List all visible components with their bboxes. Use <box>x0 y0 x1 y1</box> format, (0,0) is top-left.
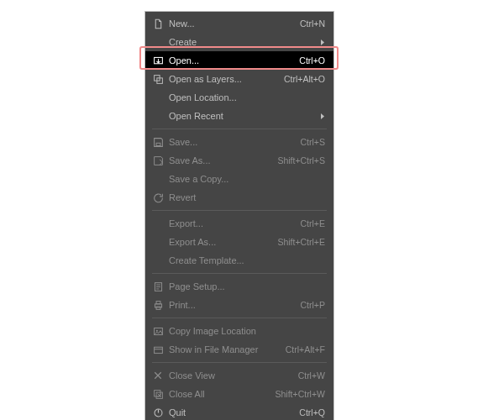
menu-item-quit[interactable]: QuitCtrl+Q <box>145 403 333 420</box>
save-icon <box>150 137 165 148</box>
file-mgr-icon <box>150 344 165 355</box>
menu-item-new[interactable]: New...Ctrl+N <box>145 14 333 33</box>
image-icon <box>150 326 165 337</box>
menu-item-shortcut: Ctrl+N <box>293 18 325 29</box>
menu-item-shortcut: Ctrl+S <box>294 137 325 147</box>
menu-separator <box>152 362 327 363</box>
menu-item-label: Create <box>165 37 317 47</box>
menu-item-label: Create Template... <box>165 255 325 265</box>
import-icon <box>150 55 165 66</box>
chevron-right-icon <box>317 39 325 46</box>
menu-item-shortcut: Ctrl+Alt+F <box>279 344 325 354</box>
menu-item-shortcut: Ctrl+P <box>294 300 325 310</box>
page-setup-icon <box>150 281 165 292</box>
layers-icon <box>150 74 165 85</box>
menu-item-label: New... <box>165 18 293 29</box>
menu-item-label: Show in File Manager <box>165 344 279 354</box>
menu-item-label: Revert <box>165 192 325 202</box>
menu-item-create[interactable]: Create <box>145 33 333 51</box>
menu-item-label: Copy Image Location <box>165 326 325 336</box>
menu-item-shortcut: Ctrl+E <box>294 218 325 228</box>
menu-item-open-recent[interactable]: Open Recent <box>145 107 333 125</box>
menu-separator <box>152 273 327 274</box>
menu-item-label: Export As... <box>165 237 270 247</box>
menu-item-save: Save...Ctrl+S <box>145 133 333 151</box>
revert-icon <box>150 192 165 203</box>
svg-point-9 <box>155 329 157 331</box>
menu-item-label: Close All <box>165 389 268 399</box>
menu-item-label: Open Location... <box>165 92 325 102</box>
menu-item-label: Page Setup... <box>165 281 325 291</box>
svg-rect-10 <box>154 347 162 353</box>
menu-separator <box>152 210 327 211</box>
menu-item-export-as: Export As...Shift+Ctrl+E <box>145 233 333 251</box>
menu-item-shortcut: Shift+Ctrl+S <box>270 155 325 165</box>
menu-item-show-in-fm: Show in File ManagerCtrl+Alt+F <box>145 340 333 359</box>
menu-item-create-template: Create Template... <box>145 251 333 270</box>
svg-rect-6 <box>156 301 160 303</box>
menu-item-shortcut: Ctrl+W <box>291 370 325 381</box>
svg-rect-3 <box>156 143 160 145</box>
menu-item-label: Open Recent <box>165 111 317 121</box>
menu-item-label: Export... <box>165 218 294 228</box>
menu-item-shortcut: Shift+Ctrl+E <box>270 237 325 247</box>
chevron-right-icon <box>317 113 325 120</box>
close-icon <box>150 370 165 381</box>
menu-item-copy-image-loc: Copy Image Location <box>145 322 333 340</box>
menu-item-label: Open as Layers... <box>165 74 277 84</box>
quit-icon <box>150 407 165 418</box>
menu-item-open-layers[interactable]: Open as Layers...Ctrl+Alt+O <box>145 70 333 88</box>
menu-item-close-all: Close AllShift+Ctrl+W <box>145 385 333 403</box>
file-menu: New...Ctrl+NCreateOpen...Ctrl+OOpen as L… <box>145 12 333 420</box>
menu-item-label: Save... <box>165 137 294 147</box>
doc-new-icon <box>150 18 165 29</box>
menu-item-label: Quit <box>165 407 292 417</box>
menu-item-print: Print...Ctrl+P <box>145 296 333 314</box>
menu-item-label: Save a Copy... <box>165 174 325 184</box>
menu-item-shortcut: Ctrl+O <box>292 55 325 66</box>
menu-item-label: Print... <box>165 300 294 310</box>
menu-item-close-view: Close ViewCtrl+W <box>145 366 333 385</box>
menu-item-open[interactable]: Open...Ctrl+O <box>145 51 333 70</box>
menu-item-page-setup: Page Setup... <box>145 277 333 296</box>
menu-item-save-copy: Save a Copy... <box>145 170 333 188</box>
print-icon <box>150 300 165 311</box>
menu-separator <box>152 129 327 129</box>
menu-item-open-location[interactable]: Open Location... <box>145 88 333 107</box>
menu-item-label: Close View <box>165 370 291 381</box>
svg-rect-7 <box>156 307 160 309</box>
save-as-icon <box>150 155 165 166</box>
menu-separator <box>152 318 327 318</box>
close-all-icon <box>150 389 165 400</box>
menu-item-label: Open... <box>165 55 292 66</box>
menu-item-revert: Revert <box>145 188 333 207</box>
menu-item-shortcut: Ctrl+Alt+O <box>277 74 325 84</box>
menu-item-save-as: Save As...Shift+Ctrl+S <box>145 151 333 170</box>
menu-item-label: Save As... <box>165 155 270 165</box>
menu-item-export: Export...Ctrl+E <box>145 214 333 233</box>
menu-item-shortcut: Shift+Ctrl+W <box>268 389 325 399</box>
menu-item-shortcut: Ctrl+Q <box>292 407 325 417</box>
